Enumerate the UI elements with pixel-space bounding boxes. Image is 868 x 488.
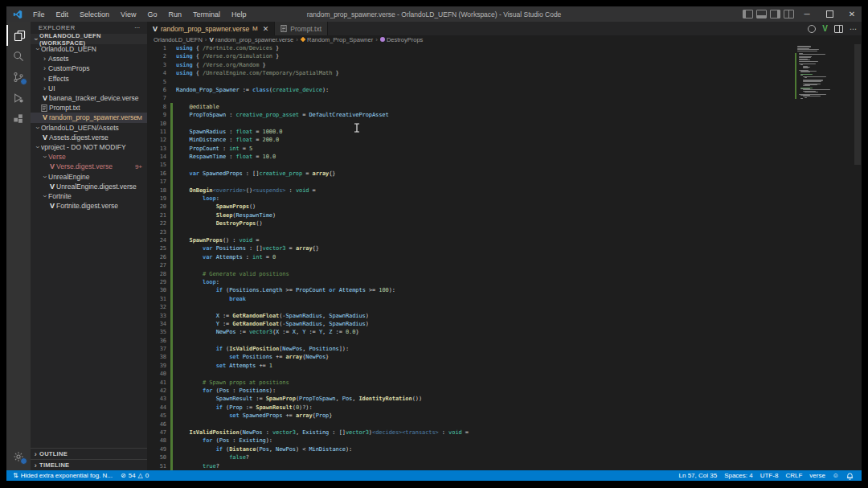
code-text <box>176 420 179 429</box>
section-label: OUTLINE <box>39 450 68 457</box>
toggle-sidebar-icon[interactable] <box>743 10 753 18</box>
tree-item-assets-digest-verse[interactable]: VAssets.digest.verse <box>31 133 147 142</box>
breadcrumb-item[interactable]: Random_Prop_Spawner <box>301 36 373 43</box>
tree-item-orlandold-uefn-assets[interactable]: ›OrlandoLD_UEFN/Assets <box>31 123 147 133</box>
remote-status-item[interactable]: ⇅ Hided extra exponential fog. N... <box>13 472 113 479</box>
sidebar-section-outline[interactable]: ›OUTLINE <box>31 448 147 459</box>
chevron-right-icon: › <box>41 84 48 92</box>
modified-gutter-mark <box>170 44 173 52</box>
status-cursor-position[interactable]: Ln 57, Col 35 <box>679 472 718 479</box>
close-tab-icon[interactable]: ✕ <box>263 25 269 33</box>
breadcrumb-item[interactable]: V random_prop_spawner.verse <box>210 36 294 43</box>
code-text: Random_Prop_Spawner := class(creative_de… <box>176 86 329 94</box>
tree-item-assets[interactable]: ›Assets <box>31 54 147 64</box>
sync-icon: ⇅ <box>13 472 18 479</box>
tree-item-verse-digest-verse[interactable]: VVerse.digest.verse9+ <box>31 162 147 171</box>
line-number: 32 <box>147 303 170 311</box>
line-number: 40 <box>147 370 170 378</box>
activity-item-explorer[interactable] <box>6 25 31 46</box>
more-actions-icon[interactable]: ⋯ <box>850 25 857 33</box>
toggle-panel-icon[interactable] <box>756 10 767 18</box>
tree-item-fortnite[interactable]: ›Fortnite <box>31 191 147 201</box>
tab-prompt-txt[interactable]: Prompt.txt <box>275 22 328 35</box>
tab-random-prop-spawner-verse[interactable]: Vrandom_prop_spawner.verseM✕ <box>147 22 275 35</box>
modified-gutter-mark <box>170 370 173 378</box>
menu-go[interactable]: Go <box>142 9 162 20</box>
line-number: 27 <box>147 261 170 269</box>
menu-view[interactable]: View <box>116 9 141 20</box>
code-line: 4using { /UnrealEngine.com/Temporary/Spa… <box>147 69 862 77</box>
tree-item-label: UnrealEngine <box>48 173 90 181</box>
code-editor[interactable]: 1using { /Fortnite.com/Devices }2using {… <box>147 44 862 470</box>
tree-item-unrealengine[interactable]: ›UnrealEngine <box>31 171 147 181</box>
toggle-secondary-sidebar-icon[interactable] <box>770 10 780 18</box>
tree-item-customprops[interactable]: ›CustomProps <box>31 64 147 73</box>
scrollbar-thumb[interactable] <box>854 44 861 165</box>
explorer-more-actions-icon[interactable]: ⋯ <box>134 24 141 31</box>
tree-item-random-prop-spawner-verse[interactable]: Vrandom_prop_spawner.verseM <box>31 113 147 122</box>
breadcrumb-item[interactable]: DestroyProps <box>380 36 424 43</box>
customize-layout-icon[interactable] <box>784 10 794 18</box>
menu-edit[interactable]: Edit <box>51 9 74 20</box>
line-number: 2 <box>147 52 170 60</box>
modified-gutter-mark <box>170 353 173 361</box>
modified-gutter-mark <box>170 404 173 412</box>
notifications-bell-icon[interactable] <box>846 472 854 480</box>
explorer-icon <box>14 30 26 42</box>
menu-selection[interactable]: Selection <box>75 9 114 20</box>
tree-item-ui[interactable]: ›UI <box>31 84 147 93</box>
breadcrumb-item[interactable]: OrlandoLD_UEFN <box>154 36 203 43</box>
tree-item-label: UI <box>48 84 55 92</box>
activity-bar <box>6 22 31 470</box>
code-line: 1using { /Fortnite.com/Devices } <box>147 44 862 52</box>
verse-build-icon[interactable]: V <box>822 24 828 33</box>
tree-item-orlandold-uefn[interactable]: ›OrlandoLD_UEFN <box>31 44 147 54</box>
git-status-badge: 9+ <box>135 163 142 170</box>
code-text: var SpawnedProps : []creative_prop = arr… <box>176 170 336 178</box>
feedback-icon[interactable]: ☺ <box>833 472 839 479</box>
menu-terminal[interactable]: Terminal <box>188 9 225 20</box>
code-line: 41 # Spawn props at positions <box>147 379 862 387</box>
menu-file[interactable]: File <box>28 9 50 20</box>
tree-item-unrealengine-digest-verse[interactable]: VUnrealEngine.digest.verse <box>31 182 147 191</box>
line-number: 41 <box>147 379 170 387</box>
status-eol[interactable]: CRLF <box>785 472 802 479</box>
tree-item-fortnite-digest-verse[interactable]: VFortnite.digest.verse <box>31 201 147 211</box>
activity-item-source-control[interactable] <box>6 67 31 88</box>
menu-help[interactable]: Help <box>227 9 252 20</box>
activity-item-extensions[interactable] <box>6 109 31 129</box>
activity-item-run-and-debug[interactable] <box>6 88 31 109</box>
workspace-section-header[interactable]: › ORLANDOLD_UEFN (WORKSPACE) <box>31 34 147 44</box>
modified-gutter-mark <box>170 103 173 111</box>
tree-item-effects[interactable]: ›Effects <box>31 74 147 84</box>
modified-gutter-mark <box>170 120 173 128</box>
code-text <box>176 178 179 186</box>
maximize-button[interactable] <box>820 6 839 22</box>
minimap[interactable] <box>797 46 826 99</box>
code-line: 43 SpawnResult := SpawnProp(PropToSpawn,… <box>147 395 862 403</box>
tree-item-prompt-txt[interactable]: Prompt.txt <box>31 103 147 113</box>
code-line: 32 <box>147 303 862 311</box>
line-number: 50 <box>147 453 170 461</box>
minimize-button[interactable]: ─ <box>797 6 817 22</box>
code-text <box>176 228 179 236</box>
line-number: 20 <box>147 203 170 211</box>
activity-item-search[interactable] <box>6 46 31 67</box>
badge-dot <box>20 78 27 85</box>
code-text: loop: <box>176 195 219 203</box>
close-button[interactable]: ✕ <box>842 6 862 22</box>
tree-item-vproject-do-not-modify[interactable]: ›vproject - DO NOT MODIFY <box>31 142 147 152</box>
activity-item-manage[interactable] <box>6 446 31 467</box>
git-status-badge: M <box>137 114 142 121</box>
modified-gutter-mark <box>170 312 173 320</box>
open-changes-icon[interactable] <box>808 25 816 33</box>
tree-item-banana-tracker-device-verse[interactable]: Vbanana_tracker_device.verse <box>31 93 147 103</box>
tree-item-verse[interactable]: ›Verse <box>31 152 147 162</box>
split-editor-icon[interactable] <box>834 25 843 33</box>
status-encoding[interactable]: UTF-8 <box>760 472 779 479</box>
sidebar-section-timeline[interactable]: ›TIMELINE <box>31 459 147 470</box>
status-indentation[interactable]: Spaces: 4 <box>724 472 753 479</box>
menu-run[interactable]: Run <box>163 9 186 20</box>
status-language-mode[interactable]: verse <box>809 472 825 479</box>
problems-status-item[interactable]: ⊘ 54 △ 0 <box>121 472 149 479</box>
